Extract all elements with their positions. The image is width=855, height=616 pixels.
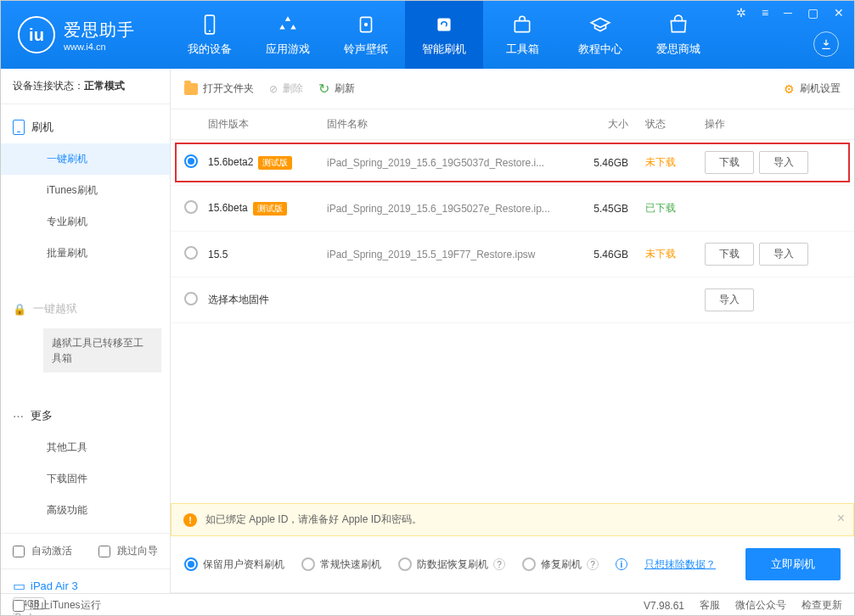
table-row[interactable]: 15.5 iPad_Spring_2019_15.5_19F77_Restore… [171,232,854,277]
sidebar-item-other-tools[interactable]: 其他工具 [1,432,170,463]
app-url: www.i4.cn [64,42,135,52]
close-icon[interactable]: ✕ [830,4,847,21]
version-text: 15.6beta2 [208,156,253,168]
main: 打开文件夹 ⊘ 删除 ↻ 刷新 ⚙ 刷机设置 固件版本 固件名称 大小 状态 操… [171,69,854,593]
tab-label: 铃声壁纸 [344,42,388,57]
status-text: 已下载 [645,201,705,216]
col-ops: 操作 [705,117,841,132]
row-radio[interactable] [184,200,198,214]
flash-now-button[interactable]: 立即刷机 [745,548,841,580]
skip-guide-checkbox[interactable] [98,546,110,557]
menu-icon[interactable]: ≡ [758,4,772,21]
tablet-icon: ▭ [13,578,25,594]
tab-apps[interactable]: 应用游戏 [249,1,327,69]
tab-ringtones[interactable]: 铃声壁纸 [327,1,405,69]
version-text: 选择本地固件 [208,294,269,305]
help-icon[interactable]: ? [493,558,505,570]
table-header: 固件版本 固件名称 大小 状态 操作 [171,109,854,140]
sidebar-item-pro[interactable]: 专业刷机 [1,206,170,238]
erase-link[interactable]: 只想抹除数据？ [644,557,716,572]
download-button[interactable]: 下载 [705,151,754,174]
help-icon[interactable]: ? [587,558,599,570]
sidebar-heading-more[interactable]: ⋯ 更多 [1,400,170,432]
option-radio[interactable] [398,557,412,571]
tab-store[interactable]: 爱思商城 [639,1,717,69]
folder-icon [184,83,198,95]
svg-point-1 [209,31,211,32]
close-notice-button[interactable]: × [837,511,845,526]
sidebar-item-itunes[interactable]: iTunes刷机 [1,175,170,206]
beta-tag: 测试版 [258,156,292,170]
maximize-icon[interactable]: ▢ [804,4,822,21]
col-size: 大小 [577,117,645,132]
beta-tag: 测试版 [253,202,287,216]
row-radio[interactable] [184,246,198,260]
wechat-link[interactable]: 微信公众号 [735,598,786,613]
tab-label: 工具箱 [506,42,539,57]
table-row[interactable]: 15.6beta2测试版 iPad_Spring_2019_15.6_19G50… [171,140,854,186]
skin-icon[interactable]: ✲ [733,4,750,21]
row-radio[interactable] [184,292,198,305]
auto-activate-checkbox[interactable] [13,546,25,557]
tab-my-device[interactable]: 我的设备 [171,1,249,69]
notice-text: 如已绑定 Apple ID，请准备好 Apple ID和密码。 [205,512,422,527]
col-status: 状态 [645,117,705,132]
info-icon[interactable]: i [616,558,627,570]
block-itunes-label: 阻止iTunes运行 [30,598,101,613]
col-name: 固件名称 [327,117,577,132]
firmware-name: iPad_Spring_2019_15.6_19G5037d_Restore.i… [327,157,577,169]
phone-icon [13,120,25,135]
row-radio[interactable] [184,154,198,168]
open-folder-button[interactable]: 打开文件夹 [184,81,254,96]
flash-mode-option[interactable]: 修复刷机? [522,557,599,572]
version-label: V7.98.61 [644,600,684,612]
svg-point-3 [364,23,368,26]
check-update-link[interactable]: 检查更新 [802,598,842,613]
logo-icon: iu [18,16,55,53]
nav-tabs: 我的设备 应用游戏 铃声壁纸 智能刷机 工具箱 教程中心 爱思商城 [171,1,717,69]
import-button[interactable]: 导入 [759,243,808,266]
support-link[interactable]: 客服 [700,598,720,613]
sidebar-item-batch[interactable]: 批量刷机 [1,238,170,269]
table-row[interactable]: 15.6beta测试版 iPad_Spring_2019_15.6_19G502… [171,186,854,232]
block-itunes-checkbox[interactable] [13,600,25,612]
sidebar-heading-flash[interactable]: 刷机 [1,111,170,143]
music-icon [354,13,378,36]
delete-button[interactable]: ⊘ 删除 [269,81,303,96]
toolbox-icon [510,13,534,36]
refresh-icon: ↻ [318,81,329,97]
download-button[interactable]: 下载 [705,243,754,266]
tab-label: 智能刷机 [422,42,466,57]
flash-mode-option[interactable]: 常规快速刷机 [301,557,381,572]
col-version: 固件版本 [208,117,327,132]
minimize-icon[interactable]: ─ [780,4,796,21]
app-title: 爱思助手 [64,19,135,42]
size-text: 5.45GB [577,203,645,215]
tab-label: 我的设备 [188,42,232,57]
tab-flash[interactable]: 智能刷机 [405,1,483,69]
refresh-button[interactable]: ↻ 刷新 [318,81,355,97]
tab-tutorials[interactable]: 教程中心 [561,1,639,69]
device-icon [198,13,222,36]
option-radio[interactable] [184,557,198,571]
flash-mode-option[interactable]: 保留用户资料刷机 [184,557,284,572]
import-button[interactable]: 导入 [759,151,808,174]
size-text: 5.46GB [577,157,645,169]
sidebar-item-download-fw[interactable]: 下载固件 [1,463,170,495]
table-row[interactable]: 选择本地固件 导入 [171,277,854,323]
flash-settings-button[interactable]: ⚙ 刷机设置 [784,81,841,96]
education-icon [588,13,612,36]
option-radio[interactable] [301,557,315,571]
tab-label: 应用游戏 [266,42,310,57]
apps-icon [276,13,300,36]
tab-toolbox[interactable]: 工具箱 [483,1,561,69]
flash-mode-option[interactable]: 防数据恢复刷机? [398,557,505,572]
import-button[interactable]: 导入 [705,288,754,311]
version-text: 15.6beta [208,202,248,214]
update-badge[interactable] [813,31,839,57]
option-radio[interactable] [522,557,536,571]
connection-status: 设备连接状态：正常模式 [1,69,170,104]
sidebar-item-one-click[interactable]: 一键刷机 [1,143,170,175]
auto-activate-row: 自动激活 跳过向导 [1,533,170,568]
sidebar-item-advanced[interactable]: 高级功能 [1,495,170,526]
